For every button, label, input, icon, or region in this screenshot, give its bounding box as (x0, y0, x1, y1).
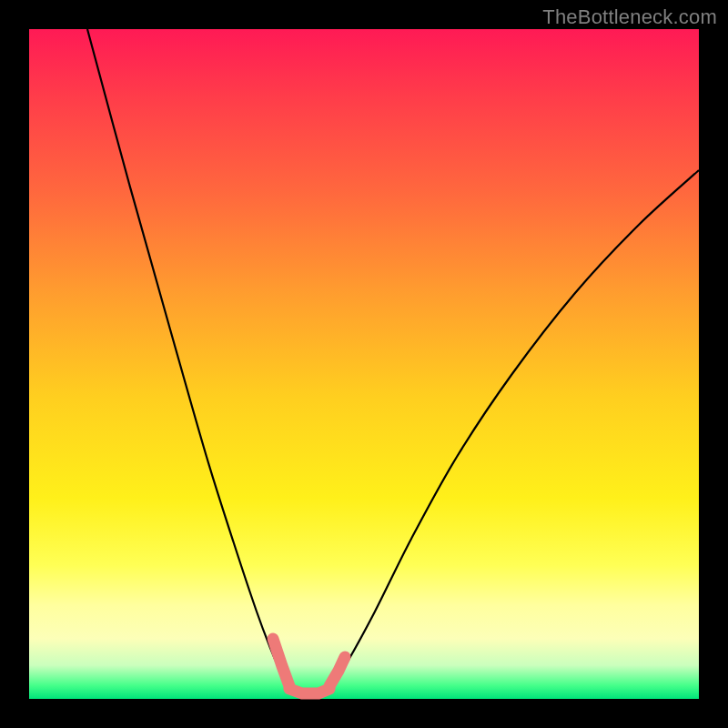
marker-segment-right (329, 657, 345, 686)
bottleneck-curve (87, 29, 699, 694)
watermark-label: TheBottleneck.com (542, 5, 717, 29)
marker-segment-bottom (289, 689, 329, 693)
marker-segment-left (273, 639, 289, 686)
plot-area (29, 29, 699, 699)
chart-container: TheBottleneck.com (0, 0, 728, 728)
chart-svg (29, 29, 699, 699)
